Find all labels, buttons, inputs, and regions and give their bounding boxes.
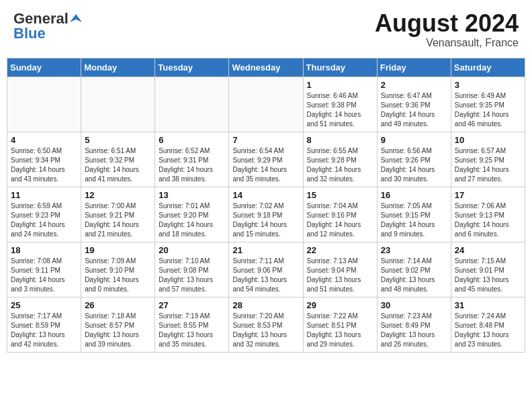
calendar-cell: 14Sunrise: 7:02 AM Sunset: 9:18 PM Dayli… — [229, 187, 303, 242]
calendar-cell: 15Sunrise: 7:04 AM Sunset: 9:16 PM Dayli… — [303, 187, 377, 242]
day-number: 8 — [307, 135, 373, 145]
calendar-cell: 1Sunrise: 6:46 AM Sunset: 9:38 PM Daylig… — [303, 77, 377, 132]
calendar-week-row: 1Sunrise: 6:46 AM Sunset: 9:38 PM Daylig… — [7, 77, 525, 132]
day-info: Sunrise: 7:06 AM Sunset: 9:13 PM Dayligh… — [455, 201, 521, 239]
day-info: Sunrise: 7:24 AM Sunset: 8:48 PM Dayligh… — [455, 312, 521, 349]
weekday-header-friday: Friday — [377, 58, 451, 77]
day-info: Sunrise: 6:46 AM Sunset: 9:38 PM Dayligh… — [307, 91, 373, 129]
calendar-cell: 3Sunrise: 6:49 AM Sunset: 9:35 PM Daylig… — [451, 77, 525, 132]
day-info: Sunrise: 6:47 AM Sunset: 9:36 PM Dayligh… — [381, 91, 447, 129]
day-number: 30 — [381, 300, 447, 310]
weekday-header-saturday: Saturday — [451, 58, 525, 77]
calendar-cell: 29Sunrise: 7:22 AM Sunset: 8:51 PM Dayli… — [303, 297, 377, 352]
calendar-cell: 31Sunrise: 7:24 AM Sunset: 8:48 PM Dayli… — [451, 297, 525, 352]
day-number: 1 — [307, 80, 373, 90]
calendar-cell: 23Sunrise: 7:14 AM Sunset: 9:02 PM Dayli… — [377, 242, 451, 297]
day-number: 2 — [381, 80, 447, 90]
day-info: Sunrise: 7:11 AM Sunset: 9:06 PM Dayligh… — [232, 257, 299, 294]
calendar-cell: 9Sunrise: 6:56 AM Sunset: 9:26 PM Daylig… — [377, 132, 451, 187]
page-header: General Blue August 2024 Venansault, Fra… — [7, 7, 525, 52]
calendar-cell: 25Sunrise: 7:17 AM Sunset: 8:59 PM Dayli… — [7, 297, 81, 352]
day-number: 13 — [159, 190, 225, 200]
calendar-week-row: 4Sunrise: 6:50 AM Sunset: 9:34 PM Daylig… — [7, 132, 525, 187]
day-number: 24 — [455, 245, 521, 255]
day-number: 5 — [85, 135, 151, 145]
day-number: 10 — [455, 135, 521, 145]
day-number: 25 — [11, 300, 77, 310]
day-number: 20 — [159, 245, 225, 255]
day-number: 27 — [159, 300, 225, 310]
calendar-cell — [7, 77, 81, 132]
calendar-cell: 11Sunrise: 6:59 AM Sunset: 9:23 PM Dayli… — [7, 187, 81, 242]
weekday-header-tuesday: Tuesday — [155, 58, 229, 77]
calendar-cell — [81, 77, 155, 132]
day-info: Sunrise: 7:08 AM Sunset: 9:11 PM Dayligh… — [11, 257, 77, 294]
calendar-cell: 18Sunrise: 7:08 AM Sunset: 9:11 PM Dayli… — [7, 242, 81, 297]
day-number: 23 — [381, 245, 447, 255]
weekday-header-row: SundayMondayTuesdayWednesdayThursdayFrid… — [7, 58, 525, 77]
calendar-table: SundayMondayTuesdayWednesdayThursdayFrid… — [7, 58, 525, 353]
calendar-week-row: 18Sunrise: 7:08 AM Sunset: 9:11 PM Dayli… — [7, 242, 525, 297]
day-number: 29 — [307, 300, 373, 310]
day-info: Sunrise: 7:23 AM Sunset: 8:49 PM Dayligh… — [381, 312, 447, 349]
day-info: Sunrise: 7:14 AM Sunset: 9:02 PM Dayligh… — [381, 257, 447, 294]
weekday-header-wednesday: Wednesday — [229, 58, 303, 77]
calendar-cell: 27Sunrise: 7:19 AM Sunset: 8:55 PM Dayli… — [155, 297, 229, 352]
calendar-cell: 4Sunrise: 6:50 AM Sunset: 9:34 PM Daylig… — [7, 132, 81, 187]
calendar-cell: 12Sunrise: 7:00 AM Sunset: 9:21 PM Dayli… — [81, 187, 155, 242]
day-number: 4 — [11, 135, 77, 145]
day-number: 28 — [232, 300, 299, 310]
month-year-title: August 2024 — [375, 10, 519, 37]
day-info: Sunrise: 7:04 AM Sunset: 9:16 PM Dayligh… — [307, 201, 373, 239]
day-info: Sunrise: 7:20 AM Sunset: 8:53 PM Dayligh… — [232, 312, 299, 349]
calendar-cell: 20Sunrise: 7:10 AM Sunset: 9:08 PM Dayli… — [155, 242, 229, 297]
day-info: Sunrise: 7:05 AM Sunset: 9:15 PM Dayligh… — [381, 201, 447, 239]
day-info: Sunrise: 7:09 AM Sunset: 9:10 PM Dayligh… — [85, 257, 151, 294]
title-block: August 2024 Venansault, France — [375, 10, 519, 49]
calendar-cell: 17Sunrise: 7:06 AM Sunset: 9:13 PM Dayli… — [451, 187, 525, 242]
day-number: 15 — [307, 190, 373, 200]
calendar-cell: 19Sunrise: 7:09 AM Sunset: 9:10 PM Dayli… — [81, 242, 155, 297]
day-info: Sunrise: 6:50 AM Sunset: 9:34 PM Dayligh… — [11, 146, 77, 184]
day-info: Sunrise: 7:10 AM Sunset: 9:08 PM Dayligh… — [159, 257, 225, 294]
calendar-cell: 21Sunrise: 7:11 AM Sunset: 9:06 PM Dayli… — [229, 242, 303, 297]
day-info: Sunrise: 7:19 AM Sunset: 8:55 PM Dayligh… — [159, 312, 225, 349]
day-number: 19 — [85, 245, 151, 255]
calendar-cell: 6Sunrise: 6:52 AM Sunset: 9:31 PM Daylig… — [155, 132, 229, 187]
calendar-cell: 16Sunrise: 7:05 AM Sunset: 9:15 PM Dayli… — [377, 187, 451, 242]
day-number: 11 — [11, 190, 77, 200]
logo: General Blue — [13, 10, 82, 42]
day-number: 26 — [85, 300, 151, 310]
weekday-header-monday: Monday — [81, 58, 155, 77]
day-info: Sunrise: 7:15 AM Sunset: 9:01 PM Dayligh… — [455, 257, 521, 294]
day-info: Sunrise: 6:54 AM Sunset: 9:29 PM Dayligh… — [232, 146, 299, 184]
weekday-header-sunday: Sunday — [7, 58, 81, 77]
calendar-cell: 22Sunrise: 7:13 AM Sunset: 9:04 PM Dayli… — [303, 242, 377, 297]
location-subtitle: Venansault, France — [375, 37, 519, 49]
weekday-header-thursday: Thursday — [303, 58, 377, 77]
day-info: Sunrise: 6:49 AM Sunset: 9:35 PM Dayligh… — [455, 91, 521, 129]
calendar-cell: 2Sunrise: 6:47 AM Sunset: 9:36 PM Daylig… — [377, 77, 451, 132]
calendar-cell: 26Sunrise: 7:18 AM Sunset: 8:57 PM Dayli… — [81, 297, 155, 352]
calendar-cell: 8Sunrise: 6:55 AM Sunset: 9:28 PM Daylig… — [303, 132, 377, 187]
calendar-cell: 10Sunrise: 6:57 AM Sunset: 9:25 PM Dayli… — [451, 132, 525, 187]
calendar-cell: 30Sunrise: 7:23 AM Sunset: 8:49 PM Dayli… — [377, 297, 451, 352]
day-number: 22 — [307, 245, 373, 255]
day-info: Sunrise: 7:01 AM Sunset: 9:20 PM Dayligh… — [159, 201, 225, 239]
svg-marker-0 — [70, 14, 82, 22]
day-number: 21 — [232, 245, 299, 255]
calendar-week-row: 11Sunrise: 6:59 AM Sunset: 9:23 PM Dayli… — [7, 187, 525, 242]
calendar-cell — [229, 77, 303, 132]
day-number: 18 — [11, 245, 77, 255]
day-info: Sunrise: 7:22 AM Sunset: 8:51 PM Dayligh… — [307, 312, 373, 349]
day-number: 14 — [232, 190, 299, 200]
day-info: Sunrise: 6:57 AM Sunset: 9:25 PM Dayligh… — [455, 146, 521, 184]
day-number: 6 — [159, 135, 225, 145]
day-info: Sunrise: 7:00 AM Sunset: 9:21 PM Dayligh… — [85, 201, 151, 239]
day-number: 17 — [455, 190, 521, 200]
day-info: Sunrise: 6:56 AM Sunset: 9:26 PM Dayligh… — [381, 146, 447, 184]
day-number: 9 — [381, 135, 447, 145]
logo-blue: Blue — [13, 25, 46, 42]
day-info: Sunrise: 7:17 AM Sunset: 8:59 PM Dayligh… — [11, 312, 77, 349]
calendar-week-row: 25Sunrise: 7:17 AM Sunset: 8:59 PM Dayli… — [7, 297, 525, 352]
